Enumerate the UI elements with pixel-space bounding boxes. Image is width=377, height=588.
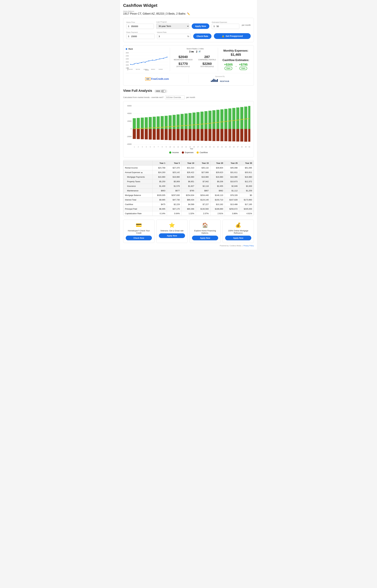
edit-icon[interactable]: ✏️ — [187, 12, 190, 15]
row-value: $1,400 — [153, 184, 167, 188]
svg-text:17: 17 — [197, 146, 199, 148]
interest-rate-group: Interest Rate % — [157, 31, 191, 39]
col-header-year30: Year 30 — [239, 161, 254, 166]
row-value: $1,259 — [239, 188, 254, 193]
sponsor-renthub[interactable]: Sponsored By RENTHUB — [189, 75, 251, 83]
row-value: $2,846 — [225, 184, 239, 188]
svg-rect-68 — [173, 115, 176, 129]
hide-toggle[interactable]: HIDE — [154, 89, 167, 93]
row-value: $24,293 — [153, 170, 167, 175]
row-value: $89,434 — [181, 198, 196, 202]
svg-rect-32 — [213, 79, 214, 82]
row-value: $9,985 — [153, 198, 167, 202]
svg-rect-59 — [153, 129, 156, 140]
svg-text:20: 20 — [209, 146, 211, 148]
data-table-container: Year 1 Year 5 Year 10 Year 15 Year 20 Ye… — [123, 160, 254, 216]
row-value: 0.14% — [153, 211, 167, 216]
cashflow-dot — [197, 151, 199, 154]
card-cta-button[interactable]: Apply Now — [159, 233, 185, 238]
input-section: Home Price $ Loan Program 30-year Term 1… — [123, 18, 254, 42]
row-value: $677 — [167, 188, 181, 193]
estimated-expenses-input[interactable] — [216, 24, 239, 29]
card-cta-button[interactable]: Apply Now — [192, 236, 218, 240]
card-icon: 💰 — [235, 222, 241, 228]
svg-text:1800: 1800 — [126, 64, 129, 66]
svg-rect-98 — [232, 108, 235, 129]
row-value: $25,142 — [167, 170, 181, 175]
table-row: Rental Income$24,768$27,370$31,010$35,13… — [123, 166, 254, 170]
loan-program-group: Loan Program 30-year Term 15-year Term — [156, 21, 189, 29]
svg-text:5: 5 — [150, 146, 151, 148]
svg-point-16 — [141, 62, 142, 63]
down-payment-input[interactable] — [130, 34, 154, 39]
row-value: $26,422 — [181, 170, 196, 175]
row-value: $16,980 — [210, 175, 225, 179]
loan-program-select[interactable]: 30-year Term 15-year Term — [156, 24, 189, 29]
down-payment-group: Down Payment $ — [126, 31, 155, 39]
table-row: Principal Paid$6,995$37,170$80,366$130,5… — [123, 207, 254, 211]
svg-rect-33 — [214, 79, 215, 82]
svg-text:2400: 2400 — [126, 55, 129, 57]
apply-now-button-top[interactable]: Apply Now — [192, 24, 209, 29]
svg-rect-75 — [185, 129, 188, 141]
svg-text:4: 4 — [146, 146, 147, 148]
table-row: Mortgage Payments$16,980$16,980$16,980$1… — [123, 175, 254, 179]
check-rate-button[interactable]: Check Rate — [193, 34, 212, 39]
svg-rect-73 — [181, 129, 184, 141]
renthub-label: RENTHUB — [220, 80, 229, 82]
baths-count: 2 🚿 — [196, 50, 201, 53]
svg-rect-93 — [220, 129, 224, 141]
svg-text:18: 18 — [201, 146, 203, 148]
percentile-25-value: $1770 — [172, 62, 194, 66]
toggle-switch[interactable] — [161, 90, 166, 93]
percent-suffix: % — [187, 34, 191, 39]
row-value: $167,828 — [225, 198, 239, 202]
bottom-card: 🏠Explore Home Financing Options.Apply No… — [189, 220, 221, 243]
cashflow-label: Cashflow — [200, 151, 208, 154]
override-input[interactable] — [168, 96, 183, 99]
row-value: $80,366 — [181, 207, 196, 211]
card-label: Homebuyer? Check Your Credit — [126, 229, 152, 234]
row-value: $5,909 — [167, 179, 181, 184]
privacy-link[interactable]: Privacy Policy — [244, 245, 254, 247]
svg-text:12: 12 — [177, 146, 179, 148]
loan-program-label: Loan Program — [156, 21, 189, 23]
svg-rect-56 — [149, 117, 152, 129]
svg-rect-95 — [224, 129, 227, 141]
row-value: 2.91% — [210, 211, 225, 216]
row-value: 1.32% — [181, 211, 196, 216]
svg-rect-90 — [216, 110, 219, 129]
sponsor-row: GO FreeCredit.com Sponsored By RENTHUB — [126, 73, 251, 83]
get-preapproved-button[interactable]: 🔒 Get Preapproved — [214, 33, 251, 39]
row-value: $0 — [239, 193, 254, 198]
col-header-year20: Year 20 — [210, 161, 225, 166]
card-cta-button[interactable]: Apply Now — [225, 236, 251, 240]
footer: Powered by: Cordless Media | Privacy Pol… — [123, 245, 254, 247]
table-row: Property Taxes$5,250$5,909$6,851$7,942$9… — [123, 179, 254, 184]
svg-text:-20000: -20000 — [127, 136, 132, 138]
row-value: $78,328 — [225, 193, 239, 198]
row-value: $335,000 — [239, 207, 254, 211]
svg-text:2: 2 — [138, 146, 139, 148]
svg-rect-72 — [181, 114, 184, 129]
svg-text:29: 29 — [245, 146, 247, 148]
per-month-label: per month — [242, 24, 251, 26]
home-price-input[interactable] — [130, 24, 154, 29]
card-cta-button[interactable]: Check Now — [126, 236, 152, 240]
svg-rect-31 — [212, 80, 213, 82]
row-value: $17,185 — [239, 202, 254, 207]
svg-point-18 — [149, 61, 149, 61]
svg-rect-34 — [216, 80, 217, 82]
sponsor-gofreecredit[interactable]: GO FreeCredit.com — [126, 75, 189, 83]
override-row: Calculated from market trends - override… — [123, 95, 254, 99]
svg-point-23 — [167, 57, 167, 58]
svg-text:26: 26 — [233, 146, 235, 148]
bed-icon: 🛏 — [191, 50, 194, 53]
income-dot — [169, 151, 171, 154]
table-row: Mortgage Balance$328,005$297,830$254,634… — [123, 193, 254, 198]
monthly-expenses-value: $1,465 — [231, 53, 241, 57]
interest-rate-input[interactable] — [157, 34, 187, 39]
row-value: $256,672 — [225, 207, 239, 211]
interest-rate-label: Interest Rate — [157, 31, 191, 33]
row-value: $16,980 — [225, 175, 239, 179]
